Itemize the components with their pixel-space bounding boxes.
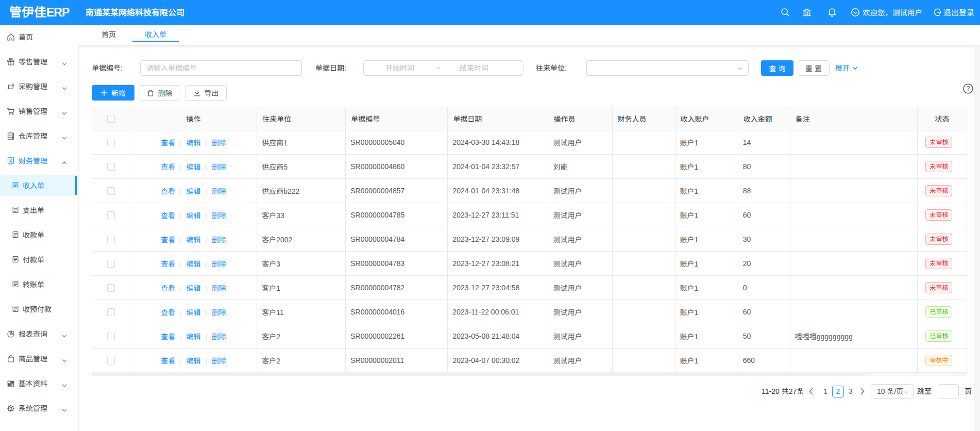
svg-text:?: ?	[967, 85, 970, 92]
